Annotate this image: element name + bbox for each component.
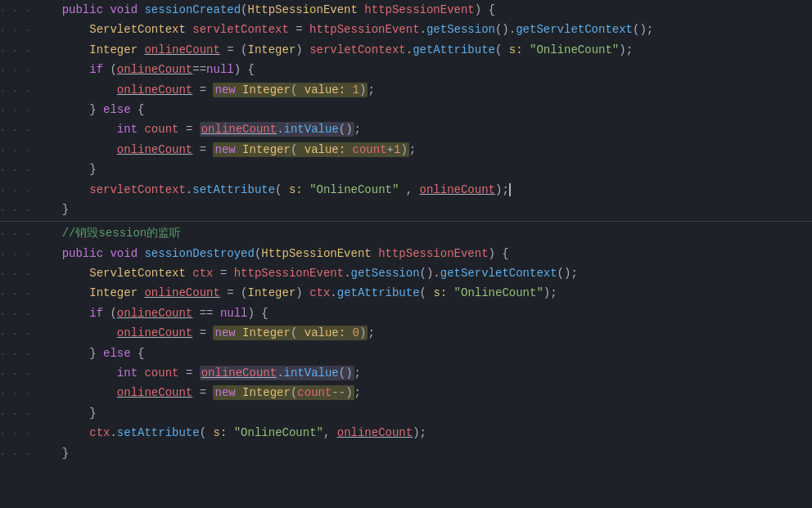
line-dots-2: · · · xyxy=(0,24,31,38)
line-content-8: onlineCount = new Integer( value: count+… xyxy=(31,141,416,159)
line-dots-21: · · · xyxy=(0,407,31,422)
code-line-7: · · · int count = onlineCount.intValue()… xyxy=(0,119,812,139)
line-dots-7: · · · xyxy=(0,124,31,138)
line-content-13: public void sessionDestroyed(HttpSession… xyxy=(31,245,509,263)
code-line-3: · · · Integer onlineCount = (Integer) se… xyxy=(0,40,812,60)
line-content-15: Integer onlineCount = (Integer) ctx.getA… xyxy=(31,284,557,302)
code-line-1: · · · public void sessionCreated(HttpSes… xyxy=(0,0,812,20)
line-dots-15: · · · xyxy=(0,287,31,302)
line-content-2: ServletContext servletContext = httpSess… xyxy=(31,20,653,38)
line-dots-9: · · · xyxy=(0,164,31,178)
line-content-3: Integer onlineCount = (Integer) servletC… xyxy=(31,41,633,59)
line-dots-18: · · · xyxy=(0,348,31,362)
line-content-6: } else { xyxy=(31,101,144,119)
line-content-7: int count = onlineCount.intValue(); xyxy=(31,120,361,138)
line-content-21: } xyxy=(31,404,97,422)
line-content-11: } xyxy=(31,200,69,218)
code-line-15: · · · Integer onlineCount = (Integer) ct… xyxy=(0,283,812,303)
line-dots-5: · · · xyxy=(0,84,31,99)
code-editor: · · · public void sessionCreated(HttpSes… xyxy=(0,0,812,508)
line-content-10: servletContext.setAttribute( s: "OnlineC… xyxy=(31,181,511,199)
line-content-19: int count = onlineCount.intValue(); xyxy=(31,364,361,382)
line-content-23: } xyxy=(31,444,69,462)
code-line-22: · · · ctx.setAttribute( s: "OnlineCount"… xyxy=(0,423,812,443)
line-dots-16: · · · xyxy=(0,308,31,322)
code-line-18: · · · } else { xyxy=(0,344,812,363)
code-line-23: · · · } xyxy=(0,443,812,463)
line-dots-8: · · · xyxy=(0,144,31,159)
line-content-18: } else { xyxy=(31,344,144,362)
line-content-1: public void sessionCreated(HttpSessionEv… xyxy=(31,1,495,19)
line-content-5: onlineCount = new Integer( value: 1); xyxy=(31,81,375,99)
code-line-10: · · · servletContext.setAttribute( s: "O… xyxy=(0,180,812,200)
line-content-17: onlineCount = new Integer( value: 0); xyxy=(31,324,375,342)
code-line-6: · · · } else { xyxy=(0,100,812,119)
line-content-12: //销毁session的监听 xyxy=(31,224,181,242)
code-line-20: · · · onlineCount = new Integer(count--)… xyxy=(0,383,812,402)
code-line-12: · · · //销毁session的监听 xyxy=(0,223,812,243)
code-line-9: · · · } xyxy=(0,160,812,179)
code-line-13: · · · public void sessionDestroyed(HttpS… xyxy=(0,244,812,263)
code-line-2: · · · ServletContext servletContext = ht… xyxy=(0,20,812,39)
line-dots-17: · · · xyxy=(0,327,31,342)
line-content-20: onlineCount = new Integer(count--); xyxy=(31,384,361,402)
line-content-22: ctx.setAttribute( s: "OnlineCount", onli… xyxy=(31,424,426,442)
line-dots-12: · · · xyxy=(0,227,31,242)
code-line-11: · · · } xyxy=(0,200,812,219)
code-line-17: · · · onlineCount = new Integer( value: … xyxy=(0,323,812,343)
code-line-5: · · · onlineCount = new Integer( value: … xyxy=(0,80,812,100)
line-dots-4: · · · xyxy=(0,64,31,79)
line-dots-11: · · · xyxy=(0,204,31,218)
code-line-19: · · · int count = onlineCount.intValue()… xyxy=(0,363,812,383)
line-dots-20: · · · xyxy=(0,387,31,402)
line-content-4: if (onlineCount==null) { xyxy=(31,61,255,79)
line-dots-3: · · · xyxy=(0,44,31,59)
divider xyxy=(0,221,812,222)
line-dots-22: · · · xyxy=(0,427,31,442)
code-line-4: · · · if (onlineCount==null) { xyxy=(0,60,812,79)
code-line-8: · · · onlineCount = new Integer( value: … xyxy=(0,140,812,160)
code-line-16: · · · if (onlineCount == null) { xyxy=(0,303,812,323)
code-line-14: · · · ServletContext ctx = httpSessionEv… xyxy=(0,263,812,283)
line-dots-14: · · · xyxy=(0,267,31,282)
line-dots-1: · · · xyxy=(0,4,31,19)
line-dots-23: · · · xyxy=(0,447,31,462)
line-content-9: } xyxy=(31,160,97,178)
line-content-14: ServletContext ctx = httpSessionEvent.ge… xyxy=(31,264,578,282)
code-line-21: · · · } xyxy=(0,403,812,423)
line-dots-13: · · · xyxy=(0,248,31,263)
line-dots-6: · · · xyxy=(0,104,31,119)
line-content-16: if (onlineCount == null) { xyxy=(31,304,268,322)
line-dots-10: · · · xyxy=(0,184,31,199)
line-dots-19: · · · xyxy=(0,367,31,382)
